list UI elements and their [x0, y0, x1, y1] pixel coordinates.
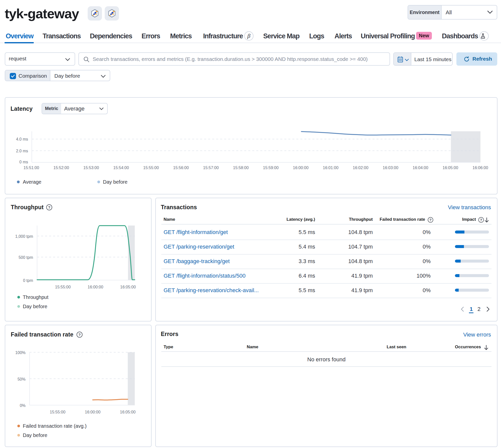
svg-text:15:52:00: 15:52:00 — [53, 166, 69, 170]
svg-text:16:02:00: 16:02:00 — [353, 166, 368, 170]
svg-text:16:05:00: 16:05:00 — [120, 285, 136, 289]
svg-text:16:04:00: 16:04:00 — [413, 166, 428, 170]
svg-text:Day before: Day before — [23, 304, 47, 309]
svg-text:?: ? — [429, 218, 431, 222]
svg-text:0 ms: 0 ms — [19, 160, 28, 164]
svg-text:16:00:00: 16:00:00 — [85, 410, 100, 414]
svg-text:500 tpm: 500 tpm — [19, 255, 33, 260]
svg-text:15:59:00: 15:59:00 — [263, 166, 279, 170]
svg-text:Day before: Day before — [103, 179, 128, 185]
svg-text:1,000 tpm: 1,000 tpm — [15, 234, 33, 239]
svg-text:0%: 0% — [20, 403, 26, 408]
svg-text:16:03:00: 16:03:00 — [383, 166, 398, 170]
svg-text:16:05:00: 16:05:00 — [120, 410, 136, 414]
svg-text:16:01:00: 16:01:00 — [323, 166, 338, 170]
svg-text:16:00:00: 16:00:00 — [88, 285, 103, 289]
svg-text:15:55:00: 15:55:00 — [143, 166, 159, 170]
svg-text:15:55:00: 15:55:00 — [50, 410, 65, 414]
svg-text:15:53:00: 15:53:00 — [83, 166, 99, 170]
svg-text:15:56:00: 15:56:00 — [173, 166, 189, 170]
svg-text:4.0 ms: 4.0 ms — [16, 137, 28, 141]
svg-text:15:51:00: 15:51:00 — [24, 166, 39, 170]
svg-text:15:57:00: 15:57:00 — [203, 166, 219, 170]
svg-text:Day before: Day before — [23, 432, 47, 438]
svg-text:15:55:00: 15:55:00 — [55, 285, 71, 289]
svg-text:16:06:00: 16:06:00 — [472, 166, 488, 170]
svg-text:16:05:00: 16:05:00 — [443, 166, 458, 170]
svg-text:Average: Average — [23, 179, 41, 185]
svg-text:0 tpm: 0 tpm — [23, 278, 33, 283]
svg-text:Failed transaction rate (avg.): Failed transaction rate (avg.) — [23, 423, 87, 429]
svg-text:15:54:00: 15:54:00 — [113, 166, 129, 170]
svg-text:50%: 50% — [18, 377, 26, 381]
svg-text:Throughput: Throughput — [23, 294, 49, 300]
svg-text:100%: 100% — [15, 351, 26, 355]
svg-text:?: ? — [480, 218, 482, 222]
svg-text:2.0 ms: 2.0 ms — [16, 149, 28, 153]
svg-text:16:00:00: 16:00:00 — [293, 166, 308, 170]
svg-text:15:58:00: 15:58:00 — [233, 166, 248, 170]
